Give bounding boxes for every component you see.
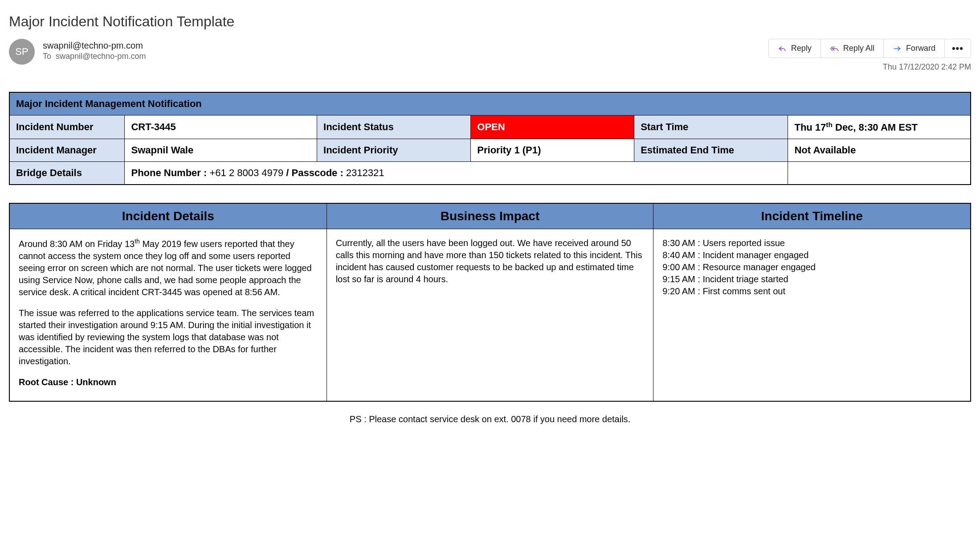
timeline-item: 8:40 AM : Incident manager engaged	[662, 249, 961, 261]
label-bridge-details: Bridge Details	[9, 162, 125, 185]
details-root-cause: Root Cause : Unknown	[19, 376, 318, 388]
ellipsis-icon: •••	[952, 43, 964, 54]
email-timestamp: Thu 17/12/2020 2:42 PM	[883, 62, 971, 72]
email-header: SP swapnil@techno-pm.com To swapnil@tech…	[9, 39, 971, 72]
from-address: swapnil@techno-pm.com	[43, 41, 146, 51]
to-prefix: To	[43, 52, 51, 61]
section-body-impact: Currently, all the users have been logge…	[327, 229, 653, 401]
forward-label: Forward	[906, 44, 935, 53]
incident-table-title: Major Incident Management Notification	[9, 92, 971, 115]
value-incident-priority: Priority 1 (P1)	[471, 139, 634, 162]
value-incident-status: OPEN	[471, 115, 634, 139]
reply-label: Reply	[791, 44, 812, 53]
impact-paragraph: Currently, all the users have been logge…	[336, 237, 645, 285]
reply-button[interactable]: Reply	[769, 39, 821, 58]
value-est-end-time: Not Available	[788, 139, 971, 162]
timeline-item: 9:15 AM : Incident triage started	[662, 273, 961, 285]
section-head-details: Incident Details	[9, 203, 327, 229]
value-incident-number: CRT-3445	[125, 115, 317, 139]
to-line: To swapnil@techno-pm.com	[43, 52, 146, 61]
section-head-impact: Business Impact	[327, 203, 653, 229]
forward-icon	[893, 44, 902, 53]
footer-ps: PS : Please contact service desk on ext.…	[9, 414, 971, 424]
reply-all-button[interactable]: Reply All	[821, 39, 884, 58]
timeline-item: 9:00 AM : Resource manager engaged	[662, 261, 961, 273]
section-head-timeline: Incident Timeline	[653, 203, 971, 229]
reply-all-label: Reply All	[843, 44, 874, 53]
section-body-details: Around 8:30 AM on Friday 13th May 2019 f…	[9, 229, 327, 401]
section-body-timeline: 8:30 AM : Users reported issue 8:40 AM :…	[653, 229, 971, 401]
label-start-time: Start Time	[634, 115, 788, 139]
to-address: swapnil@techno-pm.com	[56, 52, 146, 61]
value-start-time: Thu 17th Dec, 8:30 AM EST	[788, 115, 971, 139]
label-incident-number: Incident Number	[9, 115, 125, 139]
reply-all-icon	[830, 44, 839, 53]
value-incident-manager: Swapnil Wale	[125, 139, 317, 162]
forward-button[interactable]: Forward	[884, 39, 945, 58]
email-actions: Reply Reply All Forward •••	[768, 39, 971, 58]
more-actions-button[interactable]: •••	[945, 39, 971, 58]
timeline-item: 9:20 AM : First comms sent out	[662, 285, 961, 297]
email-subject: Major Incident Notification Template	[9, 13, 971, 30]
incident-summary-table: Major Incident Management Notification I…	[9, 92, 971, 185]
label-incident-manager: Incident Manager	[9, 139, 125, 162]
bridge-empty-cell	[788, 162, 971, 185]
timeline-item: 8:30 AM : Users reported issue	[662, 237, 961, 249]
label-incident-priority: Incident Priority	[317, 139, 471, 162]
avatar: SP	[9, 39, 35, 65]
label-est-end-time: Estimated End Time	[634, 139, 788, 162]
reply-icon	[778, 44, 787, 53]
value-bridge-details: Phone Number : +61 2 8003 4979 / Passcod…	[125, 162, 788, 185]
label-incident-status: Incident Status	[317, 115, 471, 139]
details-paragraph-2: The issue was referred to the applicatio…	[19, 307, 318, 367]
incident-detail-table: Incident Details Business Impact Inciden…	[9, 203, 971, 402]
details-paragraph-1: Around 8:30 AM on Friday 13th May 2019 f…	[19, 237, 318, 298]
